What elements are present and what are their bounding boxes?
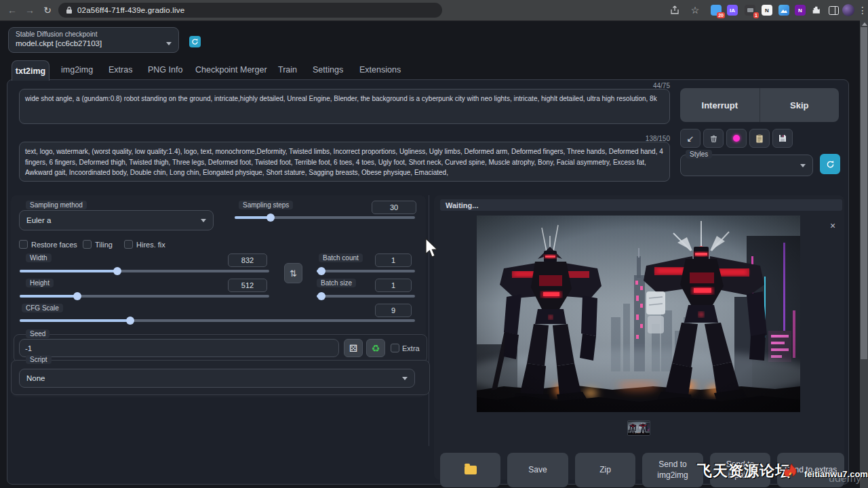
- share-icon[interactable]: [668, 3, 682, 17]
- tab-train[interactable]: Train: [278, 65, 297, 75]
- chevron-down-icon: [166, 42, 172, 45]
- prompt-input[interactable]: wide shot angle, a (gundam:0.8) robot st…: [19, 89, 670, 124]
- apply-style-button[interactable]: [749, 129, 770, 148]
- script-label: Script: [26, 355, 52, 364]
- sampling-steps-slider[interactable]: [235, 216, 415, 219]
- forum-watermark: 飞天资源论坛: [697, 461, 791, 481]
- sampling-method-label: Sampling method: [26, 201, 87, 209]
- tab-png-info[interactable]: PNG Info: [148, 65, 182, 75]
- cfg-scale-slider[interactable]: [20, 319, 415, 322]
- chevron-down-icon: [800, 164, 806, 167]
- ext-screenshot-icon[interactable]: 1: [743, 3, 757, 17]
- sampling-method-dropdown[interactable]: Euler a: [19, 210, 214, 230]
- cfg-scale-value[interactable]: 9: [375, 304, 412, 317]
- checkpoint-select[interactable]: Stable Diffusion checkpoint model.ckpt […: [8, 27, 179, 53]
- script-dropdown[interactable]: None: [19, 369, 415, 388]
- hires-fix-label: Hires. fix: [136, 241, 165, 249]
- seed-label: Seed: [26, 329, 50, 338]
- tab-extras[interactable]: Extras: [108, 65, 132, 75]
- extra-seed-checkbox[interactable]: [391, 344, 399, 352]
- checkpoint-value: model.ckpt [cc6cb27103]: [16, 39, 102, 47]
- open-folder-button[interactable]: [440, 453, 500, 487]
- paste-params-button[interactable]: ↙: [680, 129, 701, 148]
- status-text: Waiting...: [446, 201, 478, 209]
- browser-toolbar: ← → ↻ 02a56ff4-71ff-439e.gradio.live ☆ 2…: [0, 0, 868, 21]
- negative-prompt-input[interactable]: text, logo, watermark, (worst quality, l…: [19, 142, 670, 182]
- reuse-seed-recycle-button[interactable]: ♻: [366, 339, 385, 357]
- restore-faces-label: Restore faces: [31, 241, 77, 249]
- save-style-button[interactable]: [772, 129, 793, 148]
- refresh-styles-button[interactable]: [820, 154, 840, 174]
- width-value[interactable]: 832: [228, 253, 267, 267]
- url-text: 02a56ff4-71ff-439e.gradio.live: [77, 6, 184, 14]
- batch-count-label: Batch count: [319, 253, 363, 262]
- restore-faces-checkbox[interactable]: [19, 240, 28, 249]
- scrollbar-up-arrow[interactable]: [862, 22, 867, 26]
- tiling-checkbox[interactable]: [83, 240, 92, 249]
- zip-button[interactable]: Zip: [575, 453, 635, 487]
- refresh-checkpoint-button[interactable]: [189, 36, 201, 47]
- seed-input[interactable]: -1: [19, 339, 339, 357]
- sampling-steps-value[interactable]: 30: [372, 201, 416, 214]
- close-image-button[interactable]: ×: [827, 220, 838, 231]
- site-watermark: feitianwu7.com: [804, 469, 868, 479]
- progress-status: Waiting...: [440, 199, 842, 211]
- mouse-cursor: [425, 239, 439, 259]
- hires-fix-checkbox[interactable]: [124, 240, 133, 249]
- swap-dimensions-button[interactable]: ⇅: [284, 263, 302, 283]
- reload-icon[interactable]: ↻: [41, 3, 54, 17]
- height-slider[interactable]: [20, 295, 269, 298]
- tiling-label: Tiling: [95, 241, 113, 249]
- back-icon[interactable]: ←: [5, 3, 19, 17]
- batch-count-slider[interactable]: [317, 270, 415, 272]
- tab-txt2img[interactable]: txt2img: [12, 60, 50, 81]
- interrupt-button[interactable]: Interrupt: [680, 88, 760, 122]
- tab-extensions[interactable]: Extensions: [359, 65, 401, 75]
- extensions-puzzle-icon[interactable]: [810, 3, 823, 17]
- batch-size-label: Batch size: [317, 279, 356, 287]
- width-label: Width: [26, 253, 52, 262]
- tab-checkpoint-merger[interactable]: Checkpoint Merger: [195, 65, 267, 75]
- generated-image[interactable]: [477, 216, 800, 412]
- generation-controls: Interrupt Skip: [680, 88, 839, 122]
- skip-button[interactable]: Skip: [760, 88, 840, 122]
- column-divider: [429, 195, 429, 446]
- pin-badge: 20: [717, 12, 725, 18]
- ext-image-icon[interactable]: [777, 3, 791, 17]
- address-bar[interactable]: 02a56ff4-71ff-439e.gradio.live: [58, 3, 442, 18]
- send-to-img2img-button[interactable]: Send to img2img: [642, 453, 703, 487]
- browser-menu-icon[interactable]: ⋮: [856, 3, 868, 17]
- batch-size-slider[interactable]: [317, 295, 415, 298]
- sampling-steps-label: Sampling steps: [239, 201, 293, 209]
- batch-size-value[interactable]: 1: [375, 279, 412, 292]
- sidebar-panel-icon[interactable]: [827, 3, 840, 17]
- height-value[interactable]: 512: [228, 279, 267, 292]
- chevron-down-icon: [201, 219, 206, 222]
- cfg-scale-label: CFG Scale: [22, 304, 63, 312]
- random-seed-dice-button[interactable]: ⚄: [344, 339, 363, 357]
- profile-avatar[interactable]: [842, 3, 855, 17]
- lock-icon: [66, 6, 73, 14]
- ext-onenote-icon[interactable]: N: [793, 3, 807, 17]
- chevron-down-icon: [402, 377, 408, 380]
- tab-img2img[interactable]: img2img: [61, 65, 93, 75]
- ext-ia-icon[interactable]: IA: [726, 3, 739, 17]
- screenshot-badge: 1: [753, 12, 759, 18]
- extra-networks-button[interactable]: [726, 129, 747, 148]
- clear-prompt-button[interactable]: [703, 129, 724, 148]
- screen: ← → ↻ 02a56ff4-71ff-439e.gradio.live ☆ 2…: [0, 0, 868, 488]
- styles-label: Styles: [686, 150, 712, 159]
- forward-icon[interactable]: →: [23, 3, 37, 17]
- bookmark-star-icon[interactable]: ☆: [688, 3, 702, 17]
- tab-settings[interactable]: Settings: [313, 65, 343, 75]
- checkpoint-label: Stable Diffusion checkpoint: [16, 30, 172, 38]
- save-button[interactable]: Save: [507, 453, 568, 487]
- gallery-thumbnail[interactable]: [627, 420, 650, 436]
- width-slider[interactable]: [20, 270, 269, 272]
- folder-icon: [465, 466, 477, 474]
- ext-pin-icon[interactable]: 20: [709, 3, 723, 17]
- batch-count-value[interactable]: 1: [375, 253, 412, 267]
- flame-logo-icon: [781, 462, 799, 479]
- ext-notion-icon[interactable]: N: [760, 3, 774, 17]
- scrollbar-thumb[interactable]: [861, 27, 867, 359]
